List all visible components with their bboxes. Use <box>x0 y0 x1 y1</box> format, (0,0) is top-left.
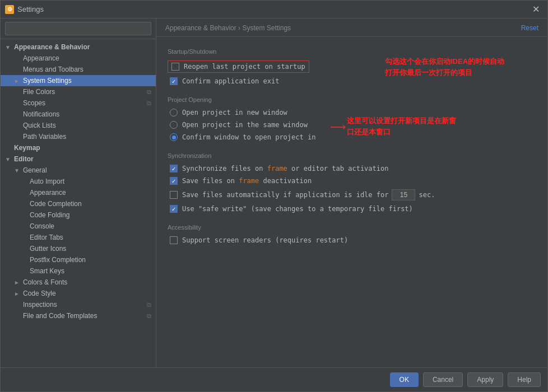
sidebar-item-label: Code Style <box>23 290 56 297</box>
sidebar-item-label: Inspections <box>23 301 57 309</box>
breadcrumb: Appearance & Behavior › System Settings … <box>156 18 547 37</box>
save-deactivation-label: Save files on frame deactivation <box>182 177 312 185</box>
same-window-label: Open project in the same window <box>182 121 308 129</box>
sidebar-item-general[interactable]: General <box>1 165 156 176</box>
arrow-icon <box>5 156 12 162</box>
tree-area: Appearance & Behavior Appearance Menus a… <box>1 39 156 367</box>
app-icon: ⚙ <box>5 5 14 14</box>
sidebar-item-label: Colors & Fonts <box>23 278 67 286</box>
accessibility-section: Accessibility Support screen readers (re… <box>168 224 536 244</box>
save-deactivation-checkbox[interactable] <box>170 177 178 185</box>
sidebar-item-label: General <box>23 166 47 174</box>
sidebar-item-label: Appearance <box>30 189 66 197</box>
idle-seconds-input[interactable] <box>392 189 415 200</box>
sidebar-item-menus-toolbars[interactable]: Menus and Toolbars <box>1 64 156 75</box>
sidebar-item-label: Appearance <box>23 54 59 62</box>
sidebar-item-path-variables[interactable]: Path Variables <box>1 131 156 142</box>
help-button[interactable]: Help <box>508 372 541 387</box>
sync-files-row: Synchronize files on frame or editor tab… <box>168 165 536 172</box>
sidebar-item-appearance-behavior[interactable]: Appearance & Behavior <box>1 41 156 53</box>
sidebar-item-label: Code Completion <box>30 200 82 208</box>
sidebar-item-label: File and Code Templates <box>23 312 97 320</box>
new-window-radio[interactable] <box>170 109 178 116</box>
sidebar-item-keymap[interactable]: Keymap <box>1 142 156 153</box>
arrow-icon <box>14 167 21 174</box>
sidebar-item-code-completion[interactable]: Code Completion <box>1 198 156 209</box>
copy-icon: ⧉ <box>147 100 151 107</box>
save-idle-checkbox[interactable] <box>170 191 178 199</box>
startup-section: Startup/Shutdown Reopen last project on … <box>168 48 536 85</box>
accessibility-title: Accessibility <box>168 224 536 231</box>
ok-button[interactable]: OK <box>390 372 419 387</box>
sidebar-item-label: Code Folding <box>30 211 69 219</box>
safe-write-checkbox[interactable] <box>170 205 178 213</box>
startup-rows: Reopen last project on startup 勾选这个会在你启动… <box>168 60 536 85</box>
confirm-window-radio[interactable] <box>170 133 178 141</box>
sidebar-item-code-style[interactable]: Code Style <box>1 288 156 299</box>
footer: OK Cancel Apply Help <box>1 367 547 391</box>
confirm-window-row: Confirm window to open project in <box>168 133 536 141</box>
startup-title: Startup/Shutdown <box>168 48 536 55</box>
sync-title: Synchronization <box>168 152 536 159</box>
sidebar-item-scopes[interactable]: Scopes ⧉ <box>1 97 156 109</box>
synchronization-section: Synchronization Synchronize files on fra… <box>168 152 536 213</box>
new-window-label: Open project in new window <box>182 109 287 116</box>
sidebar-item-label: File Colors <box>23 88 55 96</box>
cancel-button[interactable]: Cancel <box>423 372 463 387</box>
sidebar-item-system-settings[interactable]: System Settings <box>1 75 156 86</box>
sidebar-item-appearance[interactable]: Appearance <box>1 53 156 64</box>
breadcrumb-text: Appearance & Behavior › System Settings <box>165 24 291 32</box>
save-idle-row: Save files automatically if application … <box>168 189 536 200</box>
sidebar-item-console[interactable]: Console <box>1 221 156 232</box>
settings-window: ⚙ Settings ✕ Appearance & Behavior Appea… <box>0 0 548 392</box>
sidebar-item-editor-tabs[interactable]: Editor Tabs <box>1 232 156 243</box>
sidebar-item-label: Editor <box>14 155 34 163</box>
search-input[interactable] <box>5 22 151 35</box>
content-area: Appearance & Behavior Appearance Menus a… <box>1 18 547 367</box>
same-window-radio[interactable] <box>170 121 178 129</box>
sidebar-item-label: Quick Lists <box>23 122 56 129</box>
save-idle-label: Save files automatically if application … <box>182 191 388 199</box>
apply-button[interactable]: Apply <box>467 372 503 387</box>
settings-content: Startup/Shutdown Reopen last project on … <box>156 37 547 367</box>
sidebar-item-file-code-templates[interactable]: File and Code Templates ⧉ <box>1 310 156 321</box>
screen-readers-checkbox[interactable] <box>170 236 178 244</box>
annotation1: 勾选这个会在你启动IDEA的时候自动打开你最后一次打开的项目 <box>385 56 542 78</box>
search-box <box>1 18 156 39</box>
sidebar-item-postfix-completion[interactable]: Postfix Completion <box>1 254 156 265</box>
arrow-icon <box>14 291 21 297</box>
main-panel: Appearance & Behavior › System Settings … <box>156 18 547 367</box>
arrow-icon <box>5 44 12 50</box>
copy-icon: ⧉ <box>147 88 151 96</box>
screen-readers-row: Support screen readers (requires restart… <box>168 236 536 244</box>
sidebar-item-label: Keymap <box>14 144 40 152</box>
window-title: Settings <box>17 5 529 13</box>
sidebar-item-smart-keys[interactable]: Smart Keys <box>1 265 156 277</box>
reopen-checkbox[interactable] <box>171 63 179 71</box>
sync-files-label: Synchronize files on frame or editor tab… <box>182 165 388 172</box>
sidebar-item-appearance-editor[interactable]: Appearance <box>1 187 156 198</box>
sidebar-item-notifications[interactable]: Notifications <box>1 109 156 120</box>
sidebar-item-editor[interactable]: Editor <box>1 153 156 165</box>
sidebar-item-gutter-icons[interactable]: Gutter Icons <box>1 243 156 254</box>
same-window-row: Open project in the same window ⟶ 这里可以设置… <box>168 121 536 129</box>
sidebar-item-inspections[interactable]: Inspections ⧉ <box>1 299 156 310</box>
sidebar-item-code-folding[interactable]: Code Folding <box>1 209 156 221</box>
copy-icon: ⧉ <box>147 301 151 309</box>
sidebar-item-file-colors[interactable]: File Colors ⧉ <box>1 86 156 97</box>
confirm-exit-label: Confirm application exit <box>182 77 279 85</box>
sidebar-item-label: Gutter Icons <box>30 245 66 253</box>
sidebar-item-quick-lists[interactable]: Quick Lists <box>1 120 156 131</box>
close-button[interactable]: ✕ <box>529 3 543 16</box>
safe-write-label: Use "safe write" (save changes to a temp… <box>182 205 413 213</box>
title-bar: ⚙ Settings ✕ <box>1 1 547 18</box>
save-deactivation-row: Save files on frame deactivation <box>168 177 536 185</box>
reset-link[interactable]: Reset <box>521 24 538 32</box>
new-window-row: Open project in new window <box>168 109 536 116</box>
safe-write-row: Use "safe write" (save changes to a temp… <box>168 205 536 213</box>
sync-files-checkbox[interactable] <box>170 165 178 172</box>
confirm-exit-checkbox[interactable] <box>170 77 178 85</box>
sidebar-item-auto-import[interactable]: Auto Import <box>1 176 156 187</box>
sidebar-item-label: Editor Tabs <box>30 234 63 241</box>
sidebar-item-colors-fonts[interactable]: Colors & Fonts <box>1 277 156 288</box>
